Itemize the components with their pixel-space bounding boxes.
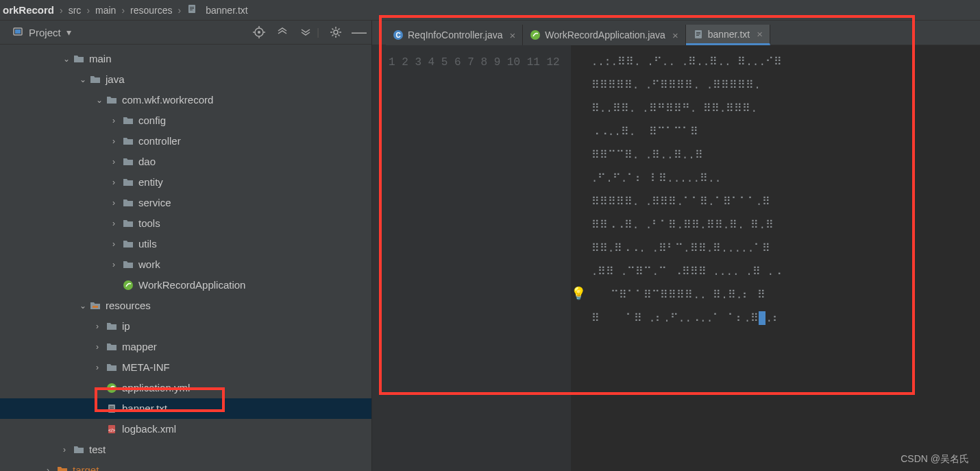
tree-arrow-icon[interactable]: ⌄ [63, 49, 73, 69]
collapse-all-icon[interactable] [299, 25, 313, 39]
folder-icon [122, 258, 134, 271]
tree-arrow-icon[interactable]: › [112, 254, 122, 275]
tree-arrow-icon[interactable]: › [112, 131, 122, 152]
code-editor[interactable]: 1 2 3 4 5 6 7 8 9 10 11 12 💡..:.⠿⠿. .⠋..… [372, 45, 980, 471]
tree-arrow-icon[interactable]: › [112, 152, 122, 172]
chevron-right-icon: › [57, 5, 66, 16]
tree-item-label: ip [122, 316, 130, 337]
svg-rect-5 [15, 29, 21, 34]
breadcrumb-project[interactable]: orkRecord [0, 4, 57, 16]
tree-arrow-icon[interactable]: › [112, 110, 122, 131]
tree-item-label: java [106, 69, 125, 90]
editor-content[interactable]: 💡..:.⠿⠿. .⠋.. .⠿..⠿.. ⠿...⠊⠿ ⠿⠿⠿⠿⠿. .⠋⠿⠿… [571, 45, 980, 471]
tree-item-label: resources [106, 295, 151, 316]
tree-item-tools[interactable]: ›tools [0, 213, 371, 234]
tree-item-meta-inf[interactable]: ›META-INF [0, 357, 371, 378]
bulb-icon[interactable]: 💡 [571, 282, 586, 306]
minimize-icon[interactable]: — [352, 25, 366, 39]
svg-rect-2 [190, 8, 194, 9]
tree-item-dao[interactable]: ›dao [0, 152, 371, 172]
locate-icon[interactable] [252, 25, 266, 39]
editor-area: CReqInfoController.java×WorkRecordApplic… [372, 21, 980, 471]
tree-item-target[interactable]: ›target [0, 460, 371, 471]
tree-item-label: main [89, 49, 112, 69]
tree-item-com-wkf-workrecord[interactable]: ⌄com.wkf.workrecord [0, 90, 371, 110]
chevron-right-icon: › [84, 5, 93, 16]
dropdown-icon[interactable]: ▾ [66, 27, 71, 38]
tree-item-controller[interactable]: ›controller [0, 131, 371, 152]
tree-arrow-icon[interactable]: › [112, 172, 122, 193]
tree-item-entity[interactable]: ›entity [0, 172, 371, 193]
breadcrumb-file[interactable]: banner.txt [203, 5, 251, 16]
settings-icon[interactable] [329, 25, 343, 39]
folder-icon [122, 197, 134, 209]
tree-item-java[interactable]: ⌄java [0, 69, 371, 90]
tab-label: WorkRecordApplication.java [545, 29, 665, 40]
tree-item-label: application.yml [122, 378, 190, 398]
tree-item-label: META-INF [122, 357, 170, 378]
folder-icon [122, 238, 134, 250]
folder-icon [106, 94, 118, 106]
tree-arrow-icon[interactable]: › [112, 234, 122, 254]
close-icon[interactable]: × [510, 29, 516, 41]
tree-item-test[interactable]: ›test [0, 439, 371, 460]
tree-item-label: config [138, 110, 166, 131]
tree-item-resources[interactable]: ⌄resources [0, 295, 371, 316]
tree-arrow-icon[interactable]: › [63, 439, 73, 460]
folder-icon [73, 53, 85, 65]
folder-icon [122, 135, 134, 147]
tree-item-main[interactable]: ⌄main [0, 49, 371, 69]
txt-icon [106, 402, 118, 415]
project-panel-title: Project [29, 27, 61, 38]
editor-cursor [759, 311, 765, 325]
tab-label: ReqInfoController.java [408, 29, 503, 40]
tree-arrow-icon[interactable]: › [112, 193, 122, 213]
tree-item-application-yml[interactable]: application.yml [0, 378, 371, 398]
close-icon[interactable]: × [672, 29, 678, 41]
tree-item-label: dao [138, 152, 156, 172]
tree-item-service[interactable]: ›service [0, 193, 371, 213]
tab-reqinfocontroller-java[interactable]: CReqInfoController.java× [386, 25, 523, 45]
tree-item-work[interactable]: ›work [0, 254, 371, 275]
folder-icon [106, 361, 118, 374]
tab-label: banner.txt [708, 29, 750, 40]
svg-rect-17 [110, 407, 114, 407]
svg-rect-19 [110, 409, 112, 410]
tree-arrow-icon[interactable]: ⌄ [79, 295, 89, 316]
tree-arrow-icon[interactable]: ⌄ [79, 69, 89, 90]
tree-arrow-icon[interactable]: › [112, 213, 122, 234]
text-file-icon [184, 3, 200, 16]
tree-item-workrecordapplication[interactable]: WorkRecordApplication [0, 275, 371, 295]
expand-all-icon[interactable] [275, 25, 289, 39]
svg-rect-14 [93, 306, 98, 308]
class-c-icon: C [393, 29, 404, 40]
folder-icon [122, 156, 134, 168]
tree-item-label: target [73, 460, 99, 471]
tree-arrow-icon[interactable]: › [96, 337, 106, 357]
tree-item-ip[interactable]: ›ip [0, 316, 371, 337]
close-icon[interactable]: × [757, 28, 763, 40]
breadcrumb-main[interactable]: main [93, 5, 119, 16]
tree-arrow-icon[interactable]: › [47, 460, 56, 471]
tree-item-config[interactable]: ›config [0, 110, 371, 131]
tree-item-utils[interactable]: ›utils [0, 234, 371, 254]
tree-arrow-icon[interactable]: › [96, 357, 106, 378]
svg-point-13 [123, 280, 133, 290]
resources-icon [89, 300, 101, 312]
breadcrumb-src[interactable]: src [66, 5, 84, 16]
tree-arrow-icon[interactable]: › [96, 316, 106, 337]
tab-workrecordapplication-java[interactable]: WorkRecordApplication.java× [523, 25, 685, 45]
breadcrumb: orkRecord › src › main › resources › ban… [0, 0, 980, 21]
folder-icon [122, 114, 134, 127]
tab-banner-txt[interactable]: banner.txt× [686, 25, 770, 45]
folder-icon [122, 217, 134, 230]
tree-item-logback-xml[interactable]: </>logback.xml [0, 419, 371, 439]
tree-item-label: WorkRecordApplication [138, 275, 245, 295]
tree-item-mapper[interactable]: ›mapper [0, 337, 371, 357]
project-tree[interactable]: ⌄main⌄java⌄com.wkf.workrecord›config›con… [0, 45, 371, 471]
tree-item-banner-txt[interactable]: banner.txt [0, 398, 371, 419]
watermark: CSDN @吴名氏 [901, 453, 969, 466]
breadcrumb-resources[interactable]: resources [127, 5, 175, 16]
tree-arrow-icon[interactable]: ⌄ [96, 90, 106, 110]
tree-item-label: tools [138, 213, 160, 234]
